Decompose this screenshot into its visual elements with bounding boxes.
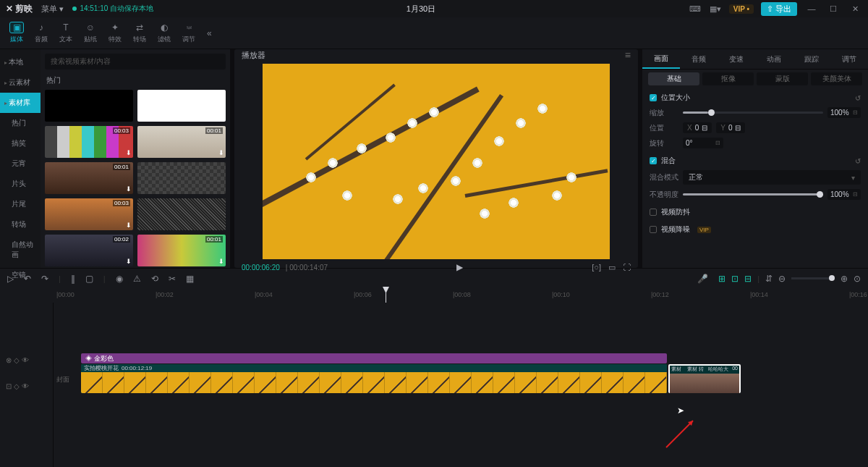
scale-slider[interactable] [683, 112, 823, 114]
link-toggle[interactable]: ⊟ [744, 274, 752, 284]
denoise-title: 视频降噪 [661, 224, 690, 235]
media-thumb-9[interactable]: 00:01⬇ [137, 235, 226, 266]
shortcut-icon[interactable]: ⌨ [689, 4, 702, 14]
top-tab-1[interactable]: ♪音频 [29, 19, 54, 47]
inspector-tab-1[interactable]: 音频 [680, 49, 718, 69]
sidebar-item-9[interactable]: 自然动画 [0, 235, 41, 265]
play-button[interactable]: ▶ [456, 262, 463, 272]
top-tab-4[interactable]: ✦特效 [103, 19, 127, 47]
rotate-value[interactable]: 0°⊟ [683, 138, 723, 148]
player-canvas[interactable] [263, 64, 610, 259]
filter-clip[interactable]: ◈ 金彩色 [81, 353, 667, 363]
sidebar-item-0[interactable]: 本地 [0, 52, 41, 72]
select-tool[interactable]: ▷ [7, 274, 14, 284]
zoom-in[interactable]: ⊕ [841, 274, 848, 284]
scale-value[interactable]: 100%⊟ [827, 107, 861, 118]
media-thumb-7[interactable] [137, 198, 226, 230]
snap-toggle[interactable]: ⊞ [718, 274, 726, 284]
top-tab-2[interactable]: T文本 [54, 19, 78, 47]
video-clip-main[interactable]: 实拍樱桃开花00:00:12:19 [81, 364, 667, 393]
top-tab-7[interactable]: ⎃调节 [176, 19, 201, 47]
freeze-tool[interactable]: ⚠ [133, 274, 141, 284]
sidebar-item-3[interactable]: 热门 [0, 113, 41, 133]
stabilize-checkbox[interactable] [650, 209, 657, 216]
total-time: | 00:00:14:07 [286, 264, 328, 272]
pos-size-checkbox[interactable]: ✓ [650, 94, 657, 101]
resolution-icon[interactable]: ▭ [608, 263, 616, 272]
opacity-value[interactable]: 100%⊟ [827, 189, 861, 200]
reverse-tool[interactable]: ⟲ [151, 274, 158, 284]
delete-tool[interactable]: ▢ [85, 274, 93, 284]
inspector-tab-4[interactable]: 跟踪 [793, 49, 830, 69]
sidebar-item-10[interactable]: 空镜 [0, 265, 41, 285]
inspector-subtab-3[interactable]: 美颜美体 [811, 72, 862, 85]
maximize-button[interactable]: ☐ [826, 4, 841, 14]
zoom-out[interactable]: ⊖ [778, 274, 786, 284]
pos-y-input[interactable]: Y0⊟ [716, 122, 745, 133]
opacity-slider[interactable] [683, 193, 823, 195]
media-thumb-5[interactable] [137, 162, 226, 194]
preview-toggle[interactable]: ⊡ [731, 274, 739, 284]
inspector-subtab-1[interactable]: 抠像 [702, 72, 754, 85]
collapse-icon[interactable]: « [207, 28, 212, 38]
mic-icon[interactable]: 🎤 [697, 274, 708, 284]
split-tool[interactable]: ‖ [71, 274, 75, 284]
search-input[interactable]: 搜索视频素材/内容 [45, 54, 226, 70]
reset-icon[interactable]: ↺ [855, 94, 861, 102]
inspector-tab-2[interactable]: 变速 [718, 49, 755, 69]
menu-dropdown[interactable]: 菜单 ▾ [41, 4, 64, 14]
media-thumb-2[interactable]: 00:03⬇ [45, 126, 133, 158]
top-tab-3[interactable]: ☺贴纸 [78, 19, 103, 47]
pos-x-input[interactable]: X0⊟ [683, 122, 712, 133]
inspector-panel: 画面音频变速动画跟踪调节 基础抠像蒙版美颜美体 ✓位置大小↺ 缩放 100%⊟ … [642, 49, 868, 268]
top-tab-6[interactable]: ◐滤镜 [152, 19, 176, 47]
media-thumb-8[interactable]: 00:02⬇ [45, 235, 133, 266]
redo-button[interactable]: ↷ [41, 274, 48, 284]
inspector-tab-0[interactable]: 画面 [642, 49, 680, 69]
record-tool[interactable]: ◉ [116, 274, 123, 284]
filter-track-controls[interactable]: ⊗ ◇ 👁 [0, 353, 53, 366]
sidebar-item-1[interactable]: 云素材 [0, 72, 41, 93]
undo-button[interactable]: ↶ [24, 274, 31, 284]
layout-icon[interactable]: ▦▾ [709, 4, 722, 14]
zoom-slider[interactable] [791, 277, 835, 279]
ruler-mark: |00:00 [56, 291, 75, 298]
media-thumb-6[interactable]: 00:03⬇ [45, 198, 133, 230]
blend-checkbox[interactable]: ✓ [650, 157, 657, 164]
media-thumb-0[interactable] [45, 90, 133, 122]
inspector-subtab-2[interactable]: 蒙版 [757, 72, 808, 85]
blend-mode-select[interactable]: 正常▾ [683, 170, 861, 185]
video-track-controls[interactable]: ⊡ ◇ 👁 [0, 379, 53, 392]
track-toggle[interactable]: ⇵ [765, 274, 773, 284]
fullscreen-icon[interactable]: ⛶ [623, 263, 631, 272]
inspector-subtab-0[interactable]: 基础 [648, 72, 699, 85]
denoise-checkbox[interactable] [650, 226, 657, 233]
sidebar-item-4[interactable]: 搞笑 [0, 133, 41, 153]
zoom-fit[interactable]: ⊙ [854, 274, 861, 284]
mirror-tool[interactable]: ▦ [186, 274, 194, 284]
media-thumb-4[interactable]: 00:01⬇ [45, 162, 133, 194]
top-tab-5[interactable]: ⇄转场 [127, 19, 152, 47]
export-button[interactable]: ⇧ 导出 [761, 2, 797, 16]
crop-tool[interactable]: ✂ [169, 274, 176, 284]
inspector-tab-5[interactable]: 调节 [830, 49, 868, 69]
sidebar-item-6[interactable]: 片头 [0, 174, 41, 194]
blend-reset-icon[interactable]: ↺ [855, 157, 861, 165]
video-clip-selected[interactable]: 素材 转素材 转场哈哈哈大笑00 [668, 364, 741, 393]
inspector-tab-3[interactable]: 动画 [755, 49, 793, 69]
top-tab-0[interactable]: ▣媒体 [4, 19, 29, 47]
vip-icon: VIP [697, 227, 711, 233]
sidebar-item-2[interactable]: 素材库 [0, 93, 41, 113]
minimize-button[interactable]: — [804, 4, 819, 13]
timeline-ruler[interactable]: |00:00|00:02|00:04|00:06|00:08|00:10|00:… [0, 288, 868, 303]
sidebar-item-8[interactable]: 转场 [0, 214, 41, 235]
media-thumb-1[interactable] [137, 90, 226, 122]
media-thumb-3[interactable]: 00:01⬇ [137, 126, 226, 158]
ratio-icon[interactable]: [○] [592, 263, 601, 272]
player-menu-icon[interactable]: ≡ [625, 49, 631, 61]
sidebar-item-7[interactable]: 片尾 [0, 194, 41, 214]
vip-badge[interactable]: VIP • [729, 4, 754, 14]
close-button[interactable]: ✕ [848, 4, 862, 14]
stabilize-title: 视频防抖 [661, 207, 690, 217]
sidebar-item-5[interactable]: 元宵 [0, 153, 41, 174]
